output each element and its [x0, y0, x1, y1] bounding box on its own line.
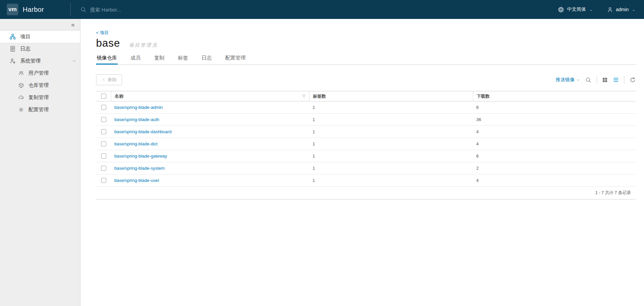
delete-button[interactable]: 删除: [96, 74, 122, 85]
close-icon: [101, 78, 106, 82]
repo-link[interactable]: base/spring-blade-user: [114, 178, 159, 183]
tags-count: 1: [309, 129, 473, 134]
tags-count: 1: [309, 178, 473, 183]
sidebar-item-projects[interactable]: 项目: [0, 30, 80, 43]
sidebar-item-label: 系统管理: [20, 58, 41, 64]
row-checkbox[interactable]: [101, 117, 106, 122]
main-content: < 项目 base 项目管理员 镜像仓库 成员 复制 标签 日志 配置管理 删除…: [80, 19, 644, 306]
sidebar-item-system-management[interactable]: 系统管理: [0, 55, 80, 67]
gear-icon: [18, 107, 24, 113]
collapse-sidebar-icon[interactable]: «: [71, 21, 75, 28]
sidebar-item-replication-management[interactable]: 复制管理: [0, 91, 80, 103]
sidebar-item-label: 复制管理: [28, 94, 49, 101]
table-row: base/spring-blade-admin 1 6: [96, 101, 636, 114]
downloads-count: 6: [473, 154, 636, 159]
push-image-dropdown[interactable]: 推送镜像: [556, 77, 580, 83]
downloads-count: 4: [473, 141, 636, 146]
table-header-row: 名称 标签数 下载数: [96, 91, 636, 101]
row-checkbox[interactable]: [101, 129, 106, 134]
select-all-cell: [96, 91, 111, 101]
tab-logs[interactable]: 日志: [201, 55, 212, 64]
repo-link[interactable]: base/spring-blade-dict: [114, 141, 158, 146]
sidebar-item-logs[interactable]: 日志: [0, 43, 80, 55]
tags-count: 1: [309, 166, 473, 171]
cube-icon: [18, 83, 24, 88]
table-row: base/spring-blade-gateway 1 6: [96, 150, 636, 162]
page-title: base: [96, 37, 120, 49]
tab-configuration[interactable]: 配置管理: [225, 55, 246, 64]
table-row: base/spring-blade-system 1 2: [96, 162, 636, 174]
delete-button-label: 删除: [108, 77, 117, 83]
downloads-count: 6: [473, 105, 636, 110]
sidebar-item-label: 仓库管理: [28, 82, 49, 89]
chevron-down-icon: ⌄: [589, 7, 592, 12]
role-badge: 项目管理员: [129, 42, 158, 48]
repo-link[interactable]: base/spring-blade-system: [114, 166, 165, 171]
toolbar-divider: [624, 76, 624, 84]
sidebar-item-label: 用户管理: [28, 70, 49, 76]
downloads-count: 2: [473, 166, 636, 171]
logo-text: vm: [8, 6, 17, 13]
row-checkbox[interactable]: [101, 166, 106, 171]
table-footer: 1 - 7 共计 7 条记录: [96, 187, 636, 199]
cloud-sync-icon: [18, 95, 24, 100]
tab-labels[interactable]: 标签: [177, 55, 189, 64]
search-icon: [80, 6, 87, 13]
repo-link[interactable]: base/spring-blade-auth: [114, 117, 159, 122]
sidebar-item-user-management[interactable]: 用户管理: [0, 67, 80, 79]
tab-replication[interactable]: 复制: [154, 55, 165, 64]
sidebar-header: «: [0, 19, 80, 30]
tags-count: 1: [309, 154, 473, 159]
filter-funnel-icon[interactable]: [302, 94, 306, 98]
repo-link[interactable]: base/spring-blade-admin: [114, 105, 163, 110]
breadcrumb-projects-link[interactable]: < 项目: [96, 30, 109, 36]
sidebar-item-label: 配置管理: [28, 107, 49, 113]
search-repos-icon[interactable]: [585, 77, 592, 83]
column-header-name: 名称: [115, 93, 123, 99]
row-checkbox[interactable]: [101, 178, 106, 183]
column-header-downloads: 下载数: [473, 91, 636, 101]
app-header: vm Harbor 中文简体 ⌄ admin ⌄: [0, 0, 644, 19]
header-actions: 中文简体 ⌄ admin ⌄: [558, 6, 644, 13]
projects-icon: [9, 33, 16, 40]
toolbar-divider: [597, 76, 597, 84]
tab-repositories[interactable]: 镜像仓库: [96, 55, 118, 64]
header-divider: [70, 3, 71, 16]
card-view-icon[interactable]: [602, 77, 608, 83]
downloads-count: 36: [473, 117, 636, 122]
chevron-down-icon: [72, 59, 76, 63]
language-menu[interactable]: 中文简体 ⌄: [558, 6, 592, 13]
sidebar-item-label: 日志: [20, 46, 30, 52]
repo-link[interactable]: base/spring-blade-gateway: [114, 154, 167, 159]
tab-members[interactable]: 成员: [130, 55, 141, 64]
user-icon: [607, 6, 613, 13]
tags-count: 1: [309, 117, 473, 122]
push-image-label: 推送镜像: [556, 77, 575, 83]
admin-gear-icon: [9, 58, 16, 64]
sidebar: « 项目 日志 系统管理: [0, 19, 80, 306]
row-checkbox[interactable]: [101, 141, 106, 146]
row-checkbox[interactable]: [101, 105, 106, 110]
sidebar-item-registry-management[interactable]: 仓库管理: [0, 79, 80, 91]
list-view-icon[interactable]: [613, 77, 619, 83]
repo-toolbar: 删除 推送镜像: [96, 74, 636, 85]
table-row: base/spring-blade-auth 1 36: [96, 114, 636, 126]
logs-icon: [9, 46, 16, 52]
downloads-count: 4: [473, 178, 636, 183]
vmware-logo[interactable]: vm: [7, 4, 18, 15]
sidebar-item-configuration-management[interactable]: 配置管理: [0, 103, 80, 116]
tags-count: 1: [309, 105, 473, 110]
chevron-down-icon: ⌄: [632, 7, 635, 12]
user-menu[interactable]: admin ⌄: [607, 6, 635, 13]
row-checkbox[interactable]: [101, 154, 106, 159]
users-icon: [18, 70, 24, 76]
search-input[interactable]: [90, 7, 232, 13]
app-title: Harbor: [23, 6, 44, 14]
select-all-checkbox[interactable]: [101, 94, 106, 99]
global-search: [80, 6, 558, 13]
language-label: 中文简体: [567, 6, 586, 13]
refresh-icon[interactable]: [629, 77, 636, 83]
repositories-table: 名称 标签数 下载数 base/spring-blade-admin 1 6 b…: [96, 91, 636, 199]
downloads-count: 4: [473, 129, 636, 134]
repo-link[interactable]: base/spring-blade-dashboard: [114, 129, 171, 134]
